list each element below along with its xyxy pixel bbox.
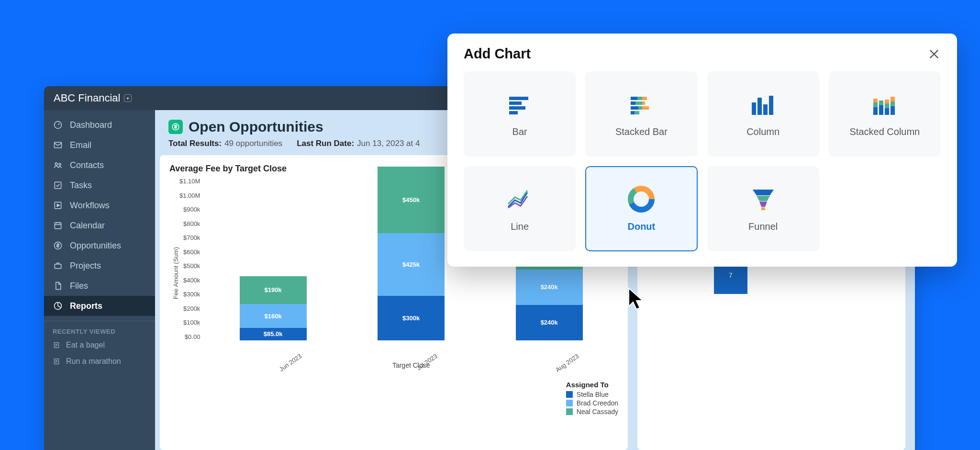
sidebar: DashboardEmailContactsTasksWorkflowsCale… — [44, 110, 155, 450]
svg-rect-21 — [635, 101, 642, 105]
sidebar-item-workflows[interactable]: Workflows — [44, 195, 155, 215]
opportunities-icon — [168, 120, 183, 134]
y-tick: $700k — [183, 234, 200, 241]
line-chart-icon — [506, 186, 533, 213]
bar-segment: $425k — [378, 233, 445, 296]
svg-rect-35 — [879, 105, 883, 115]
sidebar-divider — [44, 321, 155, 321]
total-results: Total Results:49 opportunities — [168, 139, 282, 148]
recently-viewed-heading: RECENTLY VIEWED — [44, 323, 155, 337]
svg-rect-24 — [638, 106, 642, 110]
svg-rect-19 — [642, 97, 647, 100]
x-axis-label: Target Close — [392, 361, 430, 369]
legend-item: Brad Creedon — [566, 399, 618, 407]
close-icon[interactable] — [927, 47, 941, 61]
y-tick: $900k — [183, 206, 200, 213]
column-group: $85.0k$160k$190kJun 2023 — [240, 276, 307, 340]
chart-option-bar[interactable]: Bar — [464, 71, 576, 157]
svg-rect-29 — [757, 98, 762, 115]
sidebar-item-projects[interactable]: Projects — [44, 256, 155, 276]
sidebar-item-files[interactable]: Files — [44, 276, 155, 296]
svg-rect-36 — [879, 101, 883, 105]
calendar-icon — [53, 220, 63, 231]
add-chart-modal: Add Chart BarStacked BarColumnStacked Co… — [447, 34, 957, 267]
y-tick: $1.10M — [179, 178, 200, 185]
svg-point-3 — [59, 163, 61, 165]
sidebar-item-opportunities[interactable]: Opportunities — [44, 236, 155, 256]
chart-option-label: Donut — [627, 221, 655, 232]
svg-rect-40 — [891, 106, 895, 115]
chart-option-funnel[interactable]: Funnel — [707, 166, 819, 251]
sidebar-item-dashboard[interactable]: Dashboard — [44, 115, 155, 135]
svg-marker-47 — [757, 196, 770, 201]
bar-segment: $450k — [378, 167, 445, 233]
svg-rect-33 — [873, 102, 878, 107]
page-title: Open Opportunities — [189, 119, 323, 135]
y-tick: $300k — [183, 291, 200, 298]
svg-rect-20 — [631, 101, 635, 105]
sidebar-item-label: Tasks — [70, 180, 92, 191]
stacked-column-chart-icon — [871, 91, 898, 118]
y-axis: $1.10M$1.00M$900k$800k$700k$600k$500k$40… — [179, 178, 204, 340]
recent-item[interactable]: Run a marathon — [44, 353, 155, 370]
bar-segment: $190k — [240, 276, 307, 304]
svg-rect-18 — [637, 97, 642, 100]
sidebar-item-calendar[interactable]: Calendar — [44, 215, 155, 236]
y-axis-label: Fee Amount (Sum) — [169, 247, 179, 299]
svg-marker-48 — [759, 202, 767, 207]
play-square-icon — [53, 200, 63, 211]
sidebar-item-label: Calendar — [70, 221, 105, 231]
x-tick: Jun 2023 — [278, 352, 302, 373]
y-tick: $0.00 — [185, 333, 200, 340]
bar-segment: $300k — [378, 296, 445, 340]
legend-item: Neal Cassady — [566, 408, 618, 416]
bar-segment: $85.0k — [240, 328, 307, 340]
sidebar-item-email[interactable]: Email — [44, 135, 155, 155]
y-tick: $500k — [183, 262, 200, 270]
svg-rect-38 — [885, 103, 889, 108]
mail-icon — [53, 140, 63, 150]
bar-chart-icon — [506, 91, 533, 118]
svg-rect-17 — [631, 97, 637, 100]
sidebar-item-label: Contacts — [70, 160, 104, 170]
svg-rect-39 — [885, 100, 889, 103]
funnel-chart-icon — [750, 186, 777, 213]
x-tick: Aug 2023 — [554, 352, 580, 373]
chart-option-line[interactable]: Line — [464, 166, 576, 251]
gauge-icon — [53, 120, 63, 130]
stacked-bar-chart-icon — [628, 91, 655, 118]
app-switcher-dropdown[interactable]: ▾ — [124, 94, 132, 102]
svg-rect-42 — [891, 97, 895, 101]
svg-rect-14 — [509, 101, 522, 105]
chart-legend: Assigned To Stella BlueBrad CreedonNeal … — [566, 381, 618, 416]
svg-rect-8 — [55, 264, 61, 269]
chart-option-column[interactable]: Column — [707, 71, 819, 157]
sidebar-item-label: Files — [70, 281, 88, 291]
y-tick: $200k — [183, 305, 200, 312]
svg-rect-37 — [885, 108, 889, 115]
bar-segment: $240k — [516, 305, 583, 340]
chart-option-label: Bar — [512, 126, 527, 137]
chart-option-donut[interactable]: Donut — [585, 166, 697, 251]
check-square-icon — [53, 180, 63, 191]
svg-rect-30 — [763, 104, 768, 115]
chart-option-stacked-column[interactable]: Stacked Column — [829, 71, 941, 157]
svg-rect-28 — [752, 102, 756, 115]
briefcase-icon — [53, 260, 63, 271]
sidebar-item-tasks[interactable]: Tasks — [44, 175, 155, 195]
recent-item[interactable]: Eat a bagel — [44, 337, 155, 353]
svg-rect-32 — [873, 107, 878, 115]
bar-segment: $240k — [516, 270, 583, 305]
sidebar-item-label: Projects — [70, 261, 101, 271]
svg-rect-22 — [642, 101, 645, 105]
sidebar-item-contacts[interactable]: Contacts — [44, 155, 155, 175]
svg-rect-4 — [55, 182, 61, 188]
column-chart-icon — [750, 91, 777, 118]
chart-option-label: Line — [511, 221, 529, 232]
chart-option-stacked-bar[interactable]: Stacked Bar — [585, 71, 697, 157]
legend-title: Assigned To — [566, 381, 618, 389]
sidebar-item-label: Opportunities — [70, 241, 121, 251]
sidebar-item-reports[interactable]: Reports — [44, 296, 155, 316]
svg-marker-46 — [753, 190, 774, 195]
sidebar-item-label: Dashboard — [70, 120, 112, 130]
